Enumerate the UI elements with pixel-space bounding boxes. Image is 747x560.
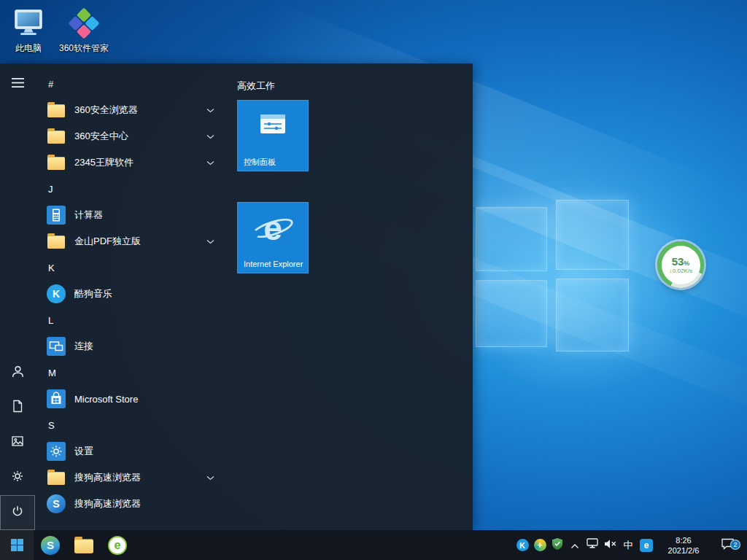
kugou-icon: K: [47, 284, 66, 303]
ime-label: 中: [624, 539, 633, 552]
tray-hidden-icons[interactable]: [566, 530, 584, 560]
ime-indicator[interactable]: 中: [619, 530, 638, 560]
app-item-kingsoft-pdf-group[interactable]: 金山PDF独立版: [35, 228, 225, 254]
system-tray: K +: [514, 530, 747, 560]
letter-header[interactable]: K: [35, 254, 225, 281]
start-button[interactable]: [0, 530, 34, 560]
chevron-down-icon: [206, 239, 214, 244]
folder-icon: [47, 127, 66, 146]
tray-security-shield[interactable]: [549, 530, 566, 560]
connect-icon: [47, 337, 66, 356]
tray-network[interactable]: [584, 530, 601, 560]
letter-header[interactable]: M: [35, 359, 225, 386]
letter-header[interactable]: S: [35, 412, 225, 438]
settings-icon: [47, 442, 66, 461]
blue-app-icon: e: [640, 539, 653, 552]
app-item-connect[interactable]: 连接: [35, 333, 225, 359]
chevron-down-icon: [206, 160, 214, 166]
app-item-sogou-browser[interactable]: S 搜狗高速浏览器: [35, 491, 225, 517]
windows-logo-wallpaper: [476, 200, 632, 356]
tray-app[interactable]: e: [638, 530, 655, 560]
logo-pane: [556, 200, 629, 270]
app-item-kugou-music[interactable]: K 酷狗音乐: [35, 281, 225, 307]
volume-muted-icon: [604, 539, 616, 552]
taskbar-file-explorer[interactable]: [67, 530, 101, 560]
start-menu: # 360安全浏览器 360安全中心 2345王牌软件: [0, 63, 473, 530]
letter-header[interactable]: #: [35, 71, 225, 97]
user-icon: [11, 365, 25, 381]
computer-icon: [12, 7, 44, 39]
folder-icon: [47, 468, 66, 487]
power-icon: [11, 505, 24, 521]
app-item-calculator[interactable]: 计算器: [35, 202, 225, 228]
tile-group-title[interactable]: 高效工作: [237, 79, 275, 93]
start-menu-rail: [0, 63, 35, 530]
calculator-icon: [47, 206, 66, 225]
control-panel-icon: [260, 114, 286, 139]
letter-header[interactable]: L: [35, 307, 225, 333]
store-icon: [47, 389, 66, 408]
logo-pane: [556, 279, 629, 351]
expand-menu-button[interactable]: [0, 66, 35, 101]
pictures-icon: [11, 435, 24, 451]
kugou-tray-icon: K: [516, 539, 529, 551]
letter-header[interactable]: J: [35, 176, 225, 202]
app-item-2345-group[interactable]: 2345王牌软件: [35, 149, 225, 176]
taskbar-clock[interactable]: 8:26 2021/2/6: [655, 535, 712, 556]
start-menu-app-list: # 360安全浏览器 360安全中心 2345王牌软件: [35, 63, 225, 530]
chevron-down-icon: [206, 134, 214, 139]
desktop-icon-360-software-manager[interactable]: 360软件管家: [55, 7, 112, 55]
notification-badge: 2: [730, 540, 740, 550]
folder-icon: [47, 232, 66, 251]
user-account-button[interactable]: [0, 355, 35, 390]
app-item-settings[interactable]: 设置: [35, 438, 225, 464]
tray-360-accelerator[interactable]: +: [531, 530, 549, 560]
desktop-icon-this-pc[interactable]: 此电脑: [0, 7, 57, 55]
app-item-microsoft-store[interactable]: Microsoft Store: [35, 386, 225, 412]
tray-volume[interactable]: [601, 530, 619, 560]
speed-ball-widget[interactable]: 53% ↓ 0.02K/s: [657, 241, 704, 288]
clock-time: 8:26: [676, 535, 691, 545]
start-menu-tiles: 高效工作 控制面板 e Internet Explorer: [225, 63, 473, 530]
tray-kugou[interactable]: K: [514, 530, 531, 560]
folder-icon: [47, 101, 66, 120]
download-speed: ↓ 0.02K/s: [669, 268, 692, 274]
360-software-manager-icon: [71, 7, 97, 39]
logo-pane: [476, 280, 547, 347]
hidden-icons-caret-icon: [570, 539, 579, 552]
360-accelerator-icon: +: [534, 539, 546, 551]
app-item-sogou-browser-group[interactable]: 搜狗高速浏览器: [35, 464, 225, 491]
windows-logo-icon: [11, 539, 23, 551]
down-arrow-icon: ↓: [669, 268, 672, 274]
documents-button[interactable]: [0, 390, 35, 425]
folder-icon: [47, 153, 66, 172]
settings-button[interactable]: [0, 460, 35, 495]
taskbar: S e K +: [0, 530, 747, 560]
360-speed-browser-icon: e: [108, 536, 127, 555]
network-icon: [587, 538, 598, 552]
document-icon: [11, 400, 24, 416]
tile-control-panel[interactable]: 控制面板: [237, 100, 309, 171]
screen: 此电脑 360软件管家 53% ↓ 0.02K/s: [0, 0, 747, 560]
chevron-down-icon: [206, 108, 214, 113]
app-item-360-security-center-group[interactable]: 360安全中心: [35, 123, 225, 149]
sogou-icon: S: [47, 494, 66, 513]
speed-ball-face: 53% ↓ 0.02K/s: [662, 246, 700, 284]
tile-label: 控制面板: [244, 157, 303, 167]
tile-internet-explorer[interactable]: e Internet Explorer: [237, 202, 309, 273]
app-item-360-safe-browser-group[interactable]: 360安全浏览器: [35, 97, 225, 123]
file-explorer-icon: [74, 539, 93, 553]
logo-pane: [476, 207, 547, 271]
desktop-icon-label: 360软件管家: [59, 42, 109, 55]
security-shield-icon: [552, 538, 562, 553]
taskbar-360-safe-browser[interactable]: S: [34, 530, 67, 560]
hamburger-icon: [12, 77, 24, 90]
gear-icon: [11, 470, 24, 486]
pictures-button[interactable]: [0, 425, 35, 460]
action-center-button[interactable]: 2: [712, 537, 743, 553]
tile-label: Internet Explorer: [244, 259, 303, 269]
360-safe-browser-icon: S: [41, 536, 60, 555]
power-button[interactable]: [0, 495, 35, 530]
taskbar-360-speed-browser[interactable]: e: [101, 530, 134, 560]
desktop-icon-label: 此电脑: [15, 42, 42, 55]
